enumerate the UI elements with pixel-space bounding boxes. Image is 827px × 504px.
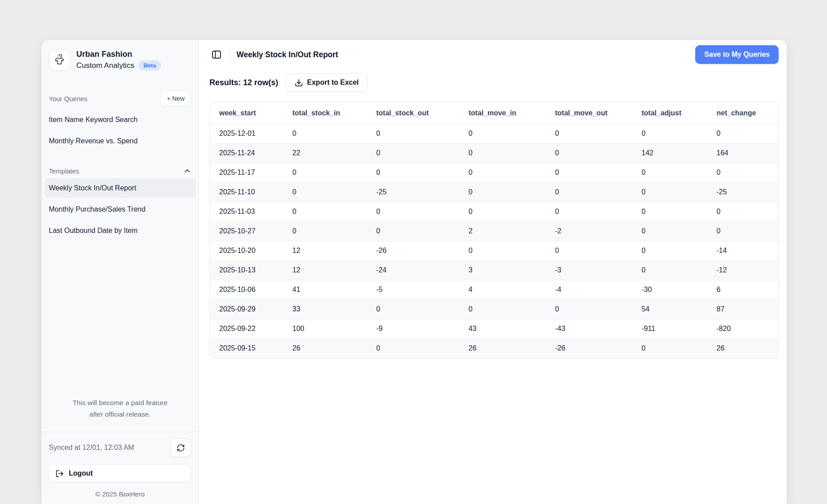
table-cell: 6 bbox=[707, 280, 779, 299]
table-cell: 0 bbox=[459, 241, 546, 260]
table-cell: 12 bbox=[283, 241, 367, 260]
table-cell: 4 bbox=[459, 280, 546, 299]
table-cell: 2025-09-29 bbox=[210, 299, 283, 319]
logout-icon bbox=[55, 469, 64, 478]
table-cell: -4 bbox=[546, 280, 632, 299]
table-cell: 0 bbox=[459, 163, 546, 182]
workspace-name: Urban Fashion bbox=[76, 49, 161, 60]
chevron-up-icon[interactable] bbox=[183, 167, 191, 175]
page-title: Weekly Stock In/Out Report bbox=[236, 50, 338, 59]
table-cell: 0 bbox=[632, 339, 707, 358]
sidebar-template-item-1[interactable]: Weekly Stock In/Out Report bbox=[44, 178, 196, 198]
new-query-button[interactable]: + New bbox=[160, 91, 191, 106]
table-cell: 0 bbox=[707, 124, 779, 143]
table-cell: 0 bbox=[632, 202, 707, 221]
table-header-row: week_starttotal_stock_intotal_stock_outt… bbox=[210, 102, 779, 124]
table-cell: 2025-10-06 bbox=[210, 280, 283, 299]
table-cell: 0 bbox=[546, 182, 632, 202]
table-cell: 164 bbox=[707, 143, 779, 163]
table-cell: 22 bbox=[283, 143, 367, 163]
table-cell: -26 bbox=[546, 339, 632, 358]
sidebar-template-item-2[interactable]: Monthly Purchase/Sales Trend bbox=[44, 200, 196, 219]
table-cell: 0 bbox=[367, 339, 459, 358]
table-cell: 0 bbox=[283, 163, 367, 182]
header-divider bbox=[230, 49, 230, 60]
table-cell: -24 bbox=[367, 260, 459, 280]
column-header-total_move_in: total_move_in bbox=[459, 102, 546, 124]
table-cell: 0 bbox=[367, 163, 459, 182]
logout-label: Logout bbox=[69, 469, 93, 477]
table-cell: 0 bbox=[459, 202, 546, 221]
table-cell: 2025-09-22 bbox=[210, 319, 283, 339]
table-row: 2025-11-17000000 bbox=[210, 163, 779, 182]
table-cell: 2 bbox=[459, 221, 546, 241]
table-cell: 2025-12-01 bbox=[210, 124, 283, 143]
workspace-logo bbox=[49, 49, 70, 71]
table-cell: 2025-10-27 bbox=[210, 221, 283, 241]
table-cell: 0 bbox=[367, 202, 459, 221]
table-cell: 33 bbox=[283, 299, 367, 319]
refresh-icon bbox=[177, 444, 185, 452]
templates-label: Templates bbox=[49, 167, 79, 175]
table-cell: 26 bbox=[459, 339, 546, 358]
table-row: 2025-12-01000000 bbox=[210, 124, 779, 143]
templates-section-header: Templates bbox=[42, 167, 198, 175]
table-cell: -12 bbox=[707, 260, 779, 280]
sidebar-query-item-1[interactable]: Item Name Keyword Search bbox=[44, 110, 196, 130]
table-cell: -25 bbox=[707, 182, 779, 202]
table-cell: 0 bbox=[546, 241, 632, 260]
results-row: Results: 12 row(s) Export to Excel bbox=[209, 73, 779, 92]
table-cell: 0 bbox=[283, 221, 367, 241]
save-to-my-queries-button[interactable]: Save to My Queries bbox=[695, 45, 779, 64]
app-window: Urban Fashion Custom Analytics Beta Your… bbox=[42, 40, 787, 504]
queries-list: Item Name Keyword SearchMonthly Revenue … bbox=[42, 110, 198, 151]
brand-text: Urban Fashion Custom Analytics Beta bbox=[76, 49, 161, 71]
table-cell: 0 bbox=[283, 124, 367, 143]
table-cell: 0 bbox=[546, 299, 632, 319]
table-cell: 2025-11-24 bbox=[210, 143, 283, 163]
sidebar: Urban Fashion Custom Analytics Beta Your… bbox=[42, 40, 199, 504]
export-button-label: Export to Excel bbox=[307, 79, 358, 87]
sidebar-query-item-2[interactable]: Monthly Revenue vs. Spend bbox=[44, 131, 196, 151]
sidebar-template-item-3[interactable]: Last Outbound Date by Item bbox=[44, 221, 196, 240]
shirt-on-hanger-icon bbox=[52, 53, 67, 67]
download-icon bbox=[295, 79, 303, 87]
templates-list: Weekly Stock In/Out ReportMonthly Purcha… bbox=[42, 178, 198, 240]
table-cell: 2025-11-10 bbox=[210, 182, 283, 202]
table-cell: 0 bbox=[546, 202, 632, 221]
table-cell: 0 bbox=[367, 124, 459, 143]
table-cell: 0 bbox=[459, 182, 546, 202]
results-table-container: week_starttotal_stock_intotal_stock_outt… bbox=[209, 102, 779, 358]
panel-left-icon bbox=[211, 49, 222, 60]
table-cell: 2025-11-03 bbox=[210, 202, 283, 221]
main-panel: Weekly Stock In/Out Report Save to My Qu… bbox=[199, 40, 787, 504]
logout-button[interactable]: Logout bbox=[49, 464, 191, 483]
export-to-excel-button[interactable]: Export to Excel bbox=[286, 73, 367, 92]
table-cell: 0 bbox=[632, 124, 707, 143]
column-header-net_change: net_change bbox=[707, 102, 779, 124]
sidebar-toggle-button[interactable] bbox=[209, 48, 224, 61]
table-body: 2025-12-010000002025-11-2422000142164202… bbox=[210, 124, 779, 358]
table-cell: 54 bbox=[632, 299, 707, 319]
table-cell: 0 bbox=[546, 163, 632, 182]
table-cell: 0 bbox=[707, 221, 779, 241]
table-cell: 0 bbox=[632, 241, 707, 260]
table-cell: 0 bbox=[707, 202, 779, 221]
brand: Urban Fashion Custom Analytics Beta bbox=[42, 40, 198, 71]
table-cell: 0 bbox=[459, 124, 546, 143]
synced-status: Synced at 12/01, 12:03 AM bbox=[49, 444, 134, 452]
table-cell: 0 bbox=[283, 202, 367, 221]
table-cell: -30 bbox=[632, 280, 707, 299]
table-cell: -911 bbox=[632, 319, 707, 339]
table-cell: 0 bbox=[459, 143, 546, 163]
table-row: 2025-10-2012-26000-14 bbox=[210, 241, 779, 260]
table-cell: 2025-10-13 bbox=[210, 260, 283, 280]
table-cell: 0 bbox=[632, 221, 707, 241]
table-cell: -25 bbox=[367, 182, 459, 202]
table-cell: 0 bbox=[459, 299, 546, 319]
table-cell: 2025-10-20 bbox=[210, 241, 283, 260]
table-cell: 0 bbox=[367, 143, 459, 163]
column-header-total_adjust: total_adjust bbox=[632, 102, 707, 124]
refresh-button[interactable] bbox=[170, 438, 191, 457]
table-cell: 26 bbox=[283, 339, 367, 358]
